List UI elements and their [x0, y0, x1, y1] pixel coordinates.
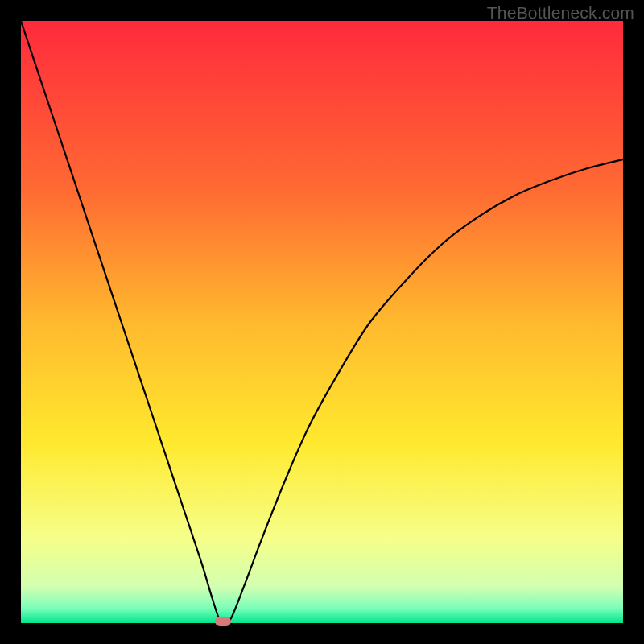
watermark-text: TheBottleneck.com — [487, 3, 634, 23]
bottleneck-curve — [21, 21, 623, 623]
curve-path — [21, 21, 623, 623]
optimum-marker — [215, 617, 231, 626]
chart-frame — [21, 21, 623, 623]
